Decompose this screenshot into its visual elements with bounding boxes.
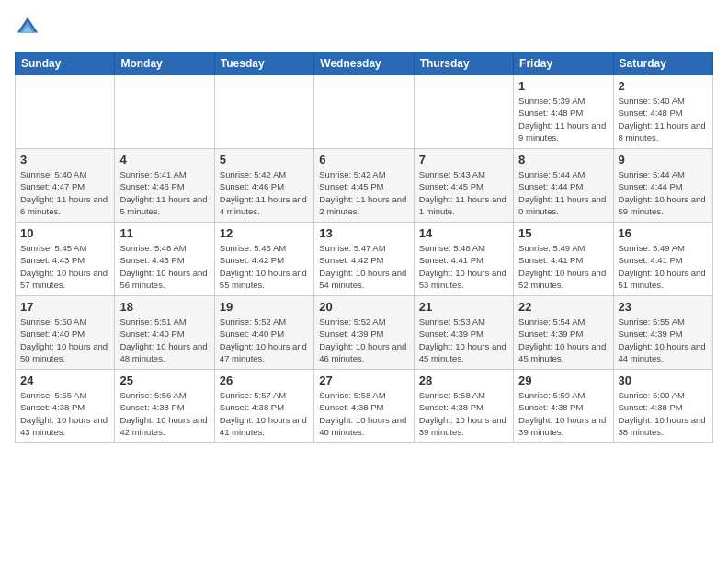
calendar-cell: 16Sunrise: 5:49 AM Sunset: 4:41 PM Dayli… bbox=[613, 223, 712, 296]
logo-icon bbox=[15, 15, 40, 40]
day-info: Sunrise: 5:50 AM Sunset: 4:40 PM Dayligh… bbox=[20, 316, 109, 364]
calendar-cell: 23Sunrise: 5:55 AM Sunset: 4:39 PM Dayli… bbox=[613, 296, 712, 370]
day-info: Sunrise: 5:56 AM Sunset: 4:38 PM Dayligh… bbox=[119, 389, 209, 438]
calendar-cell: 9Sunrise: 5:44 AM Sunset: 4:44 PM Daylig… bbox=[613, 149, 712, 223]
calendar-cell: 3Sunrise: 5:40 AM Sunset: 4:47 PM Daylig… bbox=[16, 149, 115, 223]
day-info: Sunrise: 5:49 AM Sunset: 4:41 PM Dayligh… bbox=[619, 242, 708, 291]
day-info: Sunrise: 5:47 AM Sunset: 4:42 PM Dayligh… bbox=[319, 242, 408, 291]
day-info: Sunrise: 5:40 AM Sunset: 4:47 PM Dayligh… bbox=[20, 168, 109, 217]
day-info: Sunrise: 5:55 AM Sunset: 4:39 PM Dayligh… bbox=[619, 316, 708, 364]
day-number: 19 bbox=[220, 300, 309, 314]
day-number: 16 bbox=[619, 226, 708, 240]
day-info: Sunrise: 5:40 AM Sunset: 4:48 PM Dayligh… bbox=[619, 95, 708, 144]
day-number: 24 bbox=[20, 373, 109, 387]
calendar-cell bbox=[414, 75, 513, 149]
day-info: Sunrise: 5:58 AM Sunset: 4:38 PM Dayligh… bbox=[419, 389, 508, 438]
calendar-cell: 5Sunrise: 5:42 AM Sunset: 4:46 PM Daylig… bbox=[214, 149, 313, 223]
day-info: Sunrise: 5:39 AM Sunset: 4:48 PM Dayligh… bbox=[518, 95, 608, 144]
day-number: 18 bbox=[119, 300, 209, 314]
col-header-tuesday: Tuesday bbox=[214, 52, 313, 75]
calendar-cell: 6Sunrise: 5:42 AM Sunset: 4:45 PM Daylig… bbox=[314, 149, 414, 223]
calendar-cell: 29Sunrise: 5:59 AM Sunset: 4:38 PM Dayli… bbox=[514, 370, 613, 443]
day-number: 25 bbox=[119, 373, 209, 387]
col-header-monday: Monday bbox=[115, 52, 214, 75]
day-info: Sunrise: 5:51 AM Sunset: 4:40 PM Dayligh… bbox=[119, 316, 209, 364]
day-number: 4 bbox=[119, 153, 209, 167]
calendar-week-4: 17Sunrise: 5:50 AM Sunset: 4:40 PM Dayli… bbox=[16, 296, 713, 370]
day-info: Sunrise: 5:57 AM Sunset: 4:38 PM Dayligh… bbox=[220, 389, 309, 438]
day-number: 9 bbox=[619, 153, 708, 167]
calendar-cell: 15Sunrise: 5:49 AM Sunset: 4:41 PM Dayli… bbox=[514, 223, 613, 296]
calendar-cell: 30Sunrise: 6:00 AM Sunset: 4:38 PM Dayli… bbox=[613, 370, 712, 443]
calendar-cell: 2Sunrise: 5:40 AM Sunset: 4:48 PM Daylig… bbox=[613, 75, 712, 149]
calendar-cell: 12Sunrise: 5:46 AM Sunset: 4:42 PM Dayli… bbox=[214, 223, 313, 296]
calendar-header: SundayMondayTuesdayWednesdayThursdayFrid… bbox=[16, 52, 713, 75]
calendar-cell: 25Sunrise: 5:56 AM Sunset: 4:38 PM Dayli… bbox=[115, 370, 214, 443]
day-info: Sunrise: 5:45 AM Sunset: 4:43 PM Dayligh… bbox=[20, 242, 109, 291]
calendar-cell: 4Sunrise: 5:41 AM Sunset: 4:46 PM Daylig… bbox=[115, 149, 214, 223]
day-number: 11 bbox=[119, 226, 209, 240]
page-header bbox=[15, 15, 713, 40]
calendar-week-5: 24Sunrise: 5:55 AM Sunset: 4:38 PM Dayli… bbox=[16, 370, 713, 443]
day-info: Sunrise: 5:59 AM Sunset: 4:38 PM Dayligh… bbox=[518, 389, 608, 438]
day-info: Sunrise: 5:44 AM Sunset: 4:44 PM Dayligh… bbox=[619, 168, 708, 217]
day-number: 8 bbox=[518, 153, 608, 167]
calendar-week-2: 3Sunrise: 5:40 AM Sunset: 4:47 PM Daylig… bbox=[16, 149, 713, 223]
day-number: 1 bbox=[518, 79, 608, 93]
calendar-cell: 17Sunrise: 5:50 AM Sunset: 4:40 PM Dayli… bbox=[16, 296, 115, 370]
calendar-cell: 22Sunrise: 5:54 AM Sunset: 4:39 PM Dayli… bbox=[514, 296, 613, 370]
calendar-cell: 27Sunrise: 5:58 AM Sunset: 4:38 PM Dayli… bbox=[314, 370, 414, 443]
day-info: Sunrise: 5:43 AM Sunset: 4:45 PM Dayligh… bbox=[419, 168, 508, 217]
day-number: 12 bbox=[220, 226, 309, 240]
calendar-cell: 19Sunrise: 5:52 AM Sunset: 4:40 PM Dayli… bbox=[214, 296, 313, 370]
day-number: 17 bbox=[20, 300, 109, 314]
day-info: Sunrise: 5:52 AM Sunset: 4:40 PM Dayligh… bbox=[220, 316, 309, 364]
day-number: 14 bbox=[419, 226, 508, 240]
calendar-body: 1Sunrise: 5:39 AM Sunset: 4:48 PM Daylig… bbox=[16, 75, 713, 443]
calendar-cell: 21Sunrise: 5:53 AM Sunset: 4:39 PM Dayli… bbox=[414, 296, 513, 370]
day-number: 13 bbox=[319, 226, 408, 240]
calendar-cell: 24Sunrise: 5:55 AM Sunset: 4:38 PM Dayli… bbox=[16, 370, 115, 443]
day-number: 2 bbox=[619, 79, 708, 93]
day-number: 22 bbox=[518, 300, 608, 314]
calendar-week-1: 1Sunrise: 5:39 AM Sunset: 4:48 PM Daylig… bbox=[16, 75, 713, 149]
day-info: Sunrise: 5:42 AM Sunset: 4:45 PM Dayligh… bbox=[319, 168, 408, 217]
day-number: 26 bbox=[220, 373, 309, 387]
day-number: 3 bbox=[20, 153, 109, 167]
calendar-cell: 28Sunrise: 5:58 AM Sunset: 4:38 PM Dayli… bbox=[414, 370, 513, 443]
day-number: 28 bbox=[419, 373, 508, 387]
col-header-wednesday: Wednesday bbox=[314, 52, 414, 75]
day-info: Sunrise: 5:49 AM Sunset: 4:41 PM Dayligh… bbox=[518, 242, 608, 291]
day-info: Sunrise: 5:48 AM Sunset: 4:41 PM Dayligh… bbox=[419, 242, 508, 291]
col-header-sunday: Sunday bbox=[16, 52, 115, 75]
day-number: 7 bbox=[419, 153, 508, 167]
day-info: Sunrise: 5:44 AM Sunset: 4:44 PM Dayligh… bbox=[518, 168, 608, 217]
logo bbox=[15, 15, 44, 40]
calendar-cell bbox=[214, 75, 313, 149]
day-number: 21 bbox=[419, 300, 508, 314]
day-number: 20 bbox=[319, 300, 408, 314]
col-header-thursday: Thursday bbox=[414, 52, 513, 75]
col-header-friday: Friday bbox=[514, 52, 613, 75]
calendar-cell: 18Sunrise: 5:51 AM Sunset: 4:40 PM Dayli… bbox=[115, 296, 214, 370]
day-info: Sunrise: 5:46 AM Sunset: 4:42 PM Dayligh… bbox=[220, 242, 309, 291]
calendar-cell: 1Sunrise: 5:39 AM Sunset: 4:48 PM Daylig… bbox=[514, 75, 613, 149]
calendar-cell bbox=[314, 75, 414, 149]
calendar-cell: 13Sunrise: 5:47 AM Sunset: 4:42 PM Dayli… bbox=[314, 223, 414, 296]
day-number: 5 bbox=[220, 153, 309, 167]
calendar-cell: 14Sunrise: 5:48 AM Sunset: 4:41 PM Dayli… bbox=[414, 223, 513, 296]
day-info: Sunrise: 5:52 AM Sunset: 4:39 PM Dayligh… bbox=[319, 316, 408, 364]
calendar-cell: 20Sunrise: 5:52 AM Sunset: 4:39 PM Dayli… bbox=[314, 296, 414, 370]
day-info: Sunrise: 5:46 AM Sunset: 4:43 PM Dayligh… bbox=[119, 242, 209, 291]
header-row: SundayMondayTuesdayWednesdayThursdayFrid… bbox=[16, 52, 713, 75]
col-header-saturday: Saturday bbox=[613, 52, 712, 75]
day-number: 15 bbox=[518, 226, 608, 240]
calendar-cell: 26Sunrise: 5:57 AM Sunset: 4:38 PM Dayli… bbox=[214, 370, 313, 443]
day-info: Sunrise: 5:41 AM Sunset: 4:46 PM Dayligh… bbox=[119, 168, 209, 217]
day-info: Sunrise: 5:53 AM Sunset: 4:39 PM Dayligh… bbox=[419, 316, 508, 364]
day-number: 6 bbox=[319, 153, 408, 167]
day-number: 29 bbox=[518, 373, 608, 387]
day-info: Sunrise: 5:55 AM Sunset: 4:38 PM Dayligh… bbox=[20, 389, 109, 438]
day-info: Sunrise: 5:58 AM Sunset: 4:38 PM Dayligh… bbox=[319, 389, 408, 438]
day-number: 23 bbox=[619, 300, 708, 314]
